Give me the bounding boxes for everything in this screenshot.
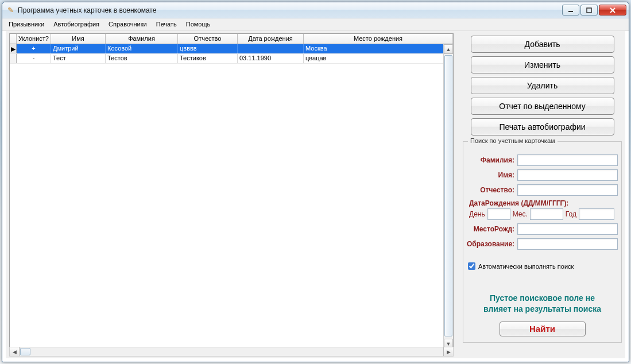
grid-header-patronymic[interactable]: Отчество [178, 34, 238, 44]
row-indicator [10, 54, 17, 63]
close-button[interactable] [599, 5, 626, 16]
input-name[interactable] [517, 169, 618, 181]
table-row[interactable]: -ТестТестовТестиков03.11.1990цвацав [10, 54, 453, 64]
cell-uklonist: + [17, 44, 51, 53]
input-month[interactable] [530, 208, 563, 220]
grid-header-surname[interactable]: Фамилия [106, 34, 178, 44]
search-group: Поиск по учетным карточкам Фамилия: Имя:… [463, 141, 622, 343]
cell-name: Дмитрий [51, 44, 106, 53]
cell-patronymic: Тестиков [178, 54, 238, 63]
table-row[interactable]: ▶+ДмитрийКосовойцввввМосква [10, 44, 453, 54]
row-indicator: ▶ [10, 44, 17, 53]
client-area: Уклонист? Имя Фамилия Отчество Дата рожд… [6, 31, 625, 358]
svg-rect-1 [587, 8, 591, 13]
titlebar: ✎ Программа учетных карточек в военкомат… [2, 2, 629, 18]
menu-help[interactable]: Помощь [181, 18, 215, 30]
input-education[interactable] [517, 238, 618, 250]
scroll-track-horizontal[interactable] [20, 347, 443, 356]
app-window: ✎ Программа учетных карточек в военкомат… [2, 2, 629, 362]
app-icon: ✎ [6, 6, 15, 15]
data-grid[interactable]: Уклонист? Имя Фамилия Отчество Дата рожд… [9, 33, 454, 349]
label-year: Год [566, 210, 576, 218]
cell-dob: 03.11.1990 [238, 54, 304, 63]
scroll-up-button[interactable]: ▲ [444, 44, 453, 54]
label-name: Имя: [467, 171, 517, 179]
label-surname: Фамилия: [467, 156, 517, 164]
search-hint-line2: влияет на результаты поиска [467, 304, 618, 315]
window-controls [561, 5, 626, 16]
grid-body: ▶+ДмитрийКосовойцввввМосква-ТестТестовТе… [10, 44, 453, 64]
menu-conscripts[interactable]: Призывники [4, 18, 49, 30]
edit-button[interactable]: Изменить [471, 56, 614, 73]
print-autobiography-button[interactable]: Печать автобиографии [471, 118, 614, 135]
cell-dob [238, 44, 304, 53]
menu-print[interactable]: Печать [152, 18, 181, 30]
menu-autobiography[interactable]: Автобиография [49, 18, 104, 30]
maximize-button[interactable] [580, 5, 598, 16]
horizontal-scrollbar[interactable]: ◀ ▶ [9, 347, 454, 357]
search-hint: Пустое поисковое поле не влияет на резул… [467, 293, 618, 315]
window-title: Программа учетных карточек в военкомате [18, 6, 561, 14]
scroll-left-button[interactable]: ◀ [10, 347, 20, 356]
report-selected-button[interactable]: Отчет по выделенному [471, 98, 614, 115]
label-patronymic: Отчество: [467, 186, 517, 194]
grid-header-row: Уклонист? Имя Фамилия Отчество Дата рожд… [10, 34, 453, 44]
label-education: Образование: [467, 240, 517, 248]
add-button[interactable]: Добавить [471, 36, 614, 53]
vertical-scrollbar[interactable]: ▲ ▼ [443, 44, 453, 348]
label-birthplace: МестоРожд: [467, 225, 517, 233]
cell-uklonist: - [17, 54, 51, 63]
minimize-button[interactable] [562, 5, 579, 16]
cell-surname: Тестов [106, 54, 178, 63]
cell-birthplace: цвацав [304, 54, 453, 63]
cell-patronymic: цвввв [178, 44, 238, 53]
input-patronymic[interactable] [517, 184, 618, 196]
label-month: Мес. [513, 210, 528, 218]
scroll-right-button[interactable]: ▶ [443, 347, 453, 356]
cell-birthplace: Москва [304, 44, 453, 53]
scroll-thumb-horizontal[interactable] [20, 348, 30, 355]
menu-reference[interactable]: Справочники [104, 18, 152, 30]
scroll-thumb-vertical[interactable] [444, 55, 452, 336]
label-dob-header: ДатаРождения (ДД/ММ/ГГГГ): [469, 199, 618, 207]
grid-header-dob[interactable]: Дата рождения [238, 34, 304, 44]
input-surname[interactable] [517, 154, 618, 166]
label-day: День [469, 210, 485, 218]
grid-header-selector [10, 34, 17, 44]
right-panel: Добавить Изменить Удалить Отчет по выдел… [459, 32, 625, 358]
input-birthplace[interactable] [517, 223, 618, 235]
grid-header-name[interactable]: Имя [51, 34, 106, 44]
find-button[interactable]: Найти [500, 322, 586, 336]
search-hint-line1: Пустое поисковое поле не [467, 293, 618, 304]
checkbox-auto-search[interactable] [468, 262, 475, 270]
label-auto-search[interactable]: Автоматически выполнять поиск [478, 263, 574, 270]
search-group-title: Поиск по учетным карточкам [468, 137, 558, 144]
input-day[interactable] [487, 208, 510, 220]
cell-name: Тест [51, 54, 106, 63]
menubar: Призывники Автобиография Справочники Печ… [2, 18, 629, 31]
grid-header-uklonist[interactable]: Уклонист? [17, 34, 51, 44]
grid-header-birthplace[interactable]: Место рождения [304, 34, 453, 44]
cell-surname: Косовой [106, 44, 178, 53]
delete-button[interactable]: Удалить [471, 77, 614, 94]
input-year[interactable] [579, 208, 614, 220]
